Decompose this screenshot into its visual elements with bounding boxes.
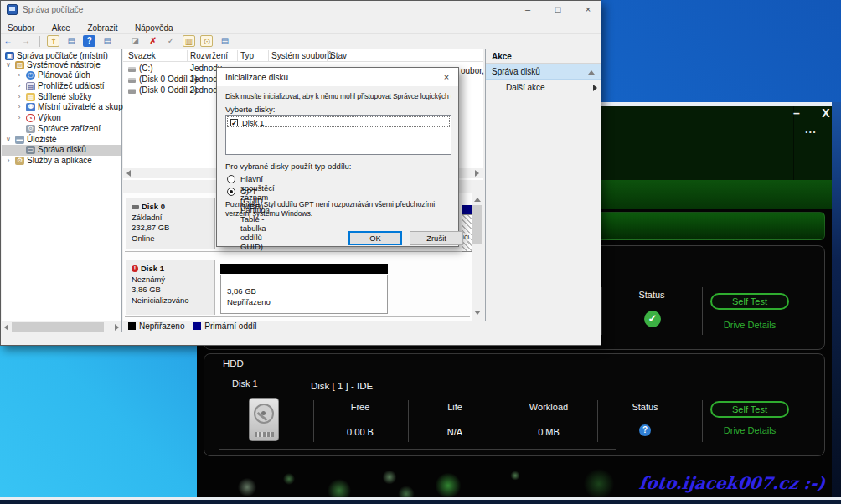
volume-list-header[interactable]: Svazek Rozvržení Typ Systém souborů Stav (123, 49, 483, 62)
select-disks-label: Vyberte disky: (225, 105, 275, 114)
services-icon: ⚙ (15, 157, 24, 165)
check-doc-icon[interactable]: ✓ (165, 35, 178, 47)
actions-group-disk-management[interactable]: Správa disků (486, 64, 601, 80)
watermark-text: foto.ijacek007.cz :-) (556, 473, 827, 493)
screen-bottom-strip (0, 500, 841, 504)
gpt-note: Poznámka: Styl oddílu GPT není rozpoznáv… (225, 200, 453, 219)
free-column-value: 0.00 B (331, 427, 390, 437)
initialize-disk-dialog: Inicializace disku × Disk musíte inicial… (216, 67, 459, 247)
tree-item-performance[interactable]: › ◔ Výkon (2, 113, 121, 124)
scrollbar-thumb[interactable] (12, 322, 104, 332)
hdd-section-label: HDD (223, 358, 244, 368)
tree-item-device-manager[interactable]: ⚙ Správce zařízení (2, 124, 121, 135)
export-list-icon[interactable]: ↥ (47, 35, 59, 47)
disk1-list-option[interactable]: ✓ Disk 1 (227, 116, 450, 127)
column-rozvrzeni[interactable]: Rozvržení (190, 51, 228, 60)
workload-column-label: Workload (519, 402, 578, 412)
disk-legend: Nepřiřazeno Primární oddíl (123, 321, 483, 333)
users-icon: ⚉ (26, 103, 35, 111)
tree-item-system-tools[interactable]: ∨ ▨ Systémové nástroje (2, 60, 121, 71)
column-stav[interactable]: Stav (330, 51, 347, 60)
scroll-up-icon[interactable] (474, 198, 481, 202)
menu-napoveda[interactable]: Nápověda (128, 22, 180, 34)
actions-more-actions[interactable]: Další akce (486, 80, 601, 95)
toolbar: ← → ↥ ▤ ? ▤ ◪ ✗ ✓ ▥ ⊙ ▤ (1, 34, 601, 49)
column-divider (702, 287, 703, 335)
tree-horizontal-scrollbar[interactable] (2, 321, 122, 332)
scrollbar-thumb[interactable] (472, 205, 482, 244)
tree-item-storage[interactable]: ∨ ▬ Úložiště (2, 135, 121, 146)
radio-selected-icon[interactable] (227, 188, 235, 196)
cancel-button[interactable]: Zrušit (410, 231, 463, 245)
disk0-label-block[interactable]: Disk 0 Základní 232,87 GB Online (126, 198, 215, 249)
hdd-drive-details-link[interactable]: Drive Details (708, 425, 792, 435)
upper-drive-details-link[interactable]: Drive Details (708, 320, 792, 330)
help-icon[interactable]: ? (83, 35, 95, 47)
disk1-label-block[interactable]: !Disk 1 Neznámý 3,86 GB Neinicializováno (126, 260, 215, 315)
scroll-right-icon[interactable] (475, 170, 479, 177)
menu-akce[interactable]: Akce (45, 22, 77, 34)
tree-item-local-users-groups[interactable]: › ⚉ Místní uživatelé a skupi (2, 102, 121, 113)
column-divider (503, 400, 503, 442)
disk-listbox[interactable]: ✓ Disk 1 (225, 115, 451, 155)
menu-zobrazit[interactable]: Zobrazit (80, 22, 124, 34)
column-divider (408, 400, 409, 442)
app-menu-dots-icon[interactable]: ... (805, 126, 830, 136)
device-manager-icon: ⚙ (26, 125, 35, 133)
find-icon[interactable]: ⊙ (200, 35, 213, 47)
show-console-tree-icon[interactable]: ▤ (65, 35, 78, 47)
app-minimize-button[interactable]: – (787, 107, 806, 121)
disk1-unallocated-region[interactable]: 3,86 GB Nepřiřazeno (220, 275, 388, 314)
event-log-icon: ▤ (26, 82, 35, 90)
disk1-row[interactable]: !Disk 1 Neznámý 3,86 GB Neinicializováno… (125, 259, 470, 317)
status-text-fragment: oubor, (461, 66, 484, 75)
disk-management-icon: ▭ (26, 146, 35, 154)
disk1-checkbox[interactable]: ✓ (230, 119, 238, 126)
scroll-left-icon[interactable] (4, 324, 8, 331)
computer-icon: ▣ (5, 52, 14, 60)
close-button[interactable]: × (575, 3, 601, 17)
console-window-icon[interactable]: ▤ (219, 35, 231, 47)
hdd-disk-title: Disk [ 1 ] - IDE (311, 381, 373, 391)
life-column-value: N/A (426, 427, 484, 437)
toolbar-separator (121, 36, 121, 47)
scroll-right-icon[interactable] (115, 324, 119, 331)
collapse-icon[interactable] (588, 70, 595, 75)
menu-soubor[interactable]: Soubor (1, 22, 41, 34)
cm-titlebar[interactable]: Správa počítače – □ × (1, 1, 601, 19)
disk0-partition-text-fragment: ici. (462, 233, 471, 241)
column-svazek[interactable]: Svazek (128, 51, 156, 60)
scroll-down-icon[interactable] (474, 311, 481, 315)
properties-window-icon[interactable]: ▤ (101, 35, 114, 47)
column-system-souboru[interactable]: Systém souborů (271, 51, 332, 60)
toolbar-separator (39, 36, 40, 47)
tree-item-event-viewer[interactable]: › ▤ Prohlížeč událostí (2, 81, 121, 92)
views-icon[interactable]: ▥ (183, 35, 195, 47)
submenu-arrow-icon[interactable] (593, 85, 597, 91)
back-icon[interactable]: ← (2, 35, 14, 47)
disks-vertical-scrollbar[interactable] (472, 193, 483, 321)
disk-icon (132, 205, 139, 209)
ok-button[interactable]: OK (348, 231, 402, 245)
dialog-message: Disk musíte inicializovat, aby k němu mo… (225, 92, 451, 100)
tree-item-shared-folders[interactable]: › ▦ Sdílené složky (2, 92, 121, 103)
app-close-button[interactable]: X (817, 107, 835, 121)
tree-item-services-applications[interactable]: › ⚙ Služby a aplikace (2, 156, 121, 167)
scroll-left-icon[interactable] (126, 170, 131, 177)
column-divider (702, 400, 703, 442)
hdd-self-test-button[interactable]: Self Test (710, 401, 789, 418)
tree-item-disk-management[interactable]: ▭ Správa disků (2, 145, 121, 156)
forward-icon[interactable]: → (19, 35, 32, 47)
desktop-wallpaper-edge (832, 102, 841, 498)
tree-item-task-scheduler[interactable]: › ◷ Plánovač úloh (2, 70, 121, 81)
radio-unselected-icon[interactable] (227, 175, 235, 183)
dialog-titlebar[interactable]: Inicializace disku × (217, 68, 458, 86)
column-typ[interactable]: Typ (240, 51, 254, 60)
delete-icon[interactable]: ✗ (147, 35, 159, 47)
dialog-close-icon[interactable]: × (438, 71, 455, 84)
free-column-label: Free (331, 402, 390, 412)
minimize-button[interactable]: – (515, 3, 540, 17)
status-flag-icon[interactable]: ◪ (129, 35, 142, 47)
upper-self-test-button[interactable]: Self Test (710, 293, 789, 310)
maximize-button[interactable]: □ (545, 3, 570, 17)
